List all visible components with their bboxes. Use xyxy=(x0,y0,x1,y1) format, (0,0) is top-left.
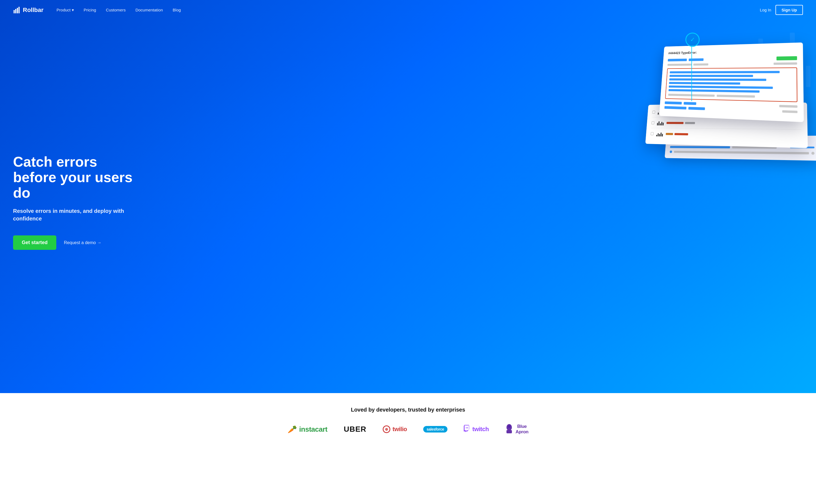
card-row-2 xyxy=(668,62,797,66)
connector-line xyxy=(691,47,692,101)
logos-section: Loved by developers, trusted by enterpri… xyxy=(0,393,816,451)
logo-twilio: ⊕ twilio xyxy=(383,425,407,433)
logo-salesforce: salesforce xyxy=(423,426,447,433)
navbar: Rollbar Product ▾ Pricing Customers Docu… xyxy=(0,0,816,20)
nav-links: Product ▾ Pricing Customers Documentatio… xyxy=(57,8,760,13)
uber-label: UBER xyxy=(344,425,366,434)
logo-uber: UBER xyxy=(344,425,366,434)
salesforce-label: salesforce xyxy=(423,426,447,433)
request-demo-link[interactable]: Request a demo → xyxy=(64,240,101,245)
instacart-label: instacart xyxy=(299,425,327,434)
nav-actions: Log In Sign Up xyxy=(760,5,803,15)
nav-item-documentation[interactable]: Documentation xyxy=(135,8,163,13)
list-item-2 xyxy=(651,120,801,130)
svg-point-6 xyxy=(508,425,511,428)
hero-actions: Get started Request a demo → xyxy=(13,235,144,250)
blueapron-label: BlueApron xyxy=(516,424,529,435)
logo[interactable]: Rollbar xyxy=(13,6,44,14)
logo-twitch: twitch xyxy=(464,425,489,434)
twitch-label: twitch xyxy=(473,426,489,433)
twilio-label: twilio xyxy=(392,426,407,433)
svg-rect-2 xyxy=(17,8,18,13)
blueapron-icon xyxy=(505,424,513,435)
error-box xyxy=(665,67,797,102)
get-started-button[interactable]: Get started xyxy=(13,235,56,250)
instacart-icon: 🥕 xyxy=(287,425,297,434)
logo-instacart: 🥕 instacart xyxy=(287,425,327,434)
login-button[interactable]: Log In xyxy=(760,8,771,12)
hero-section: Catch errors before your users do Resolv… xyxy=(0,0,816,393)
svg-rect-5 xyxy=(507,430,512,433)
check-circle-icon: ✓ xyxy=(685,33,700,47)
nav-item-customers[interactable]: Customers xyxy=(106,8,126,13)
hero-illustration: ✓ #444423 TypeError: xyxy=(631,16,816,185)
twilio-icon: ⊕ xyxy=(383,425,390,433)
error-title: #444423 TypeError: xyxy=(668,48,797,55)
hero-title: Catch errors before your users do xyxy=(13,154,144,201)
logo-blueapron: BlueApron xyxy=(505,424,529,435)
nav-item-blog[interactable]: Blog xyxy=(173,8,181,13)
twitch-icon xyxy=(464,425,470,434)
logos-row: 🥕 instacart UBER ⊕ twilio salesforce twi… xyxy=(13,424,803,435)
signup-button[interactable]: Sign Up xyxy=(775,5,803,15)
logo-text: Rollbar xyxy=(23,7,44,14)
chevron-down-icon: ▾ xyxy=(72,8,74,13)
hero-content: Catch errors before your users do Resolv… xyxy=(13,154,144,250)
svg-rect-0 xyxy=(14,10,15,13)
hero-subtitle: Resolve errors in minutes, and deploy wi… xyxy=(13,207,144,222)
card-row-1 xyxy=(668,56,797,62)
list-item-3 xyxy=(650,131,801,142)
nav-item-product[interactable]: Product ▾ xyxy=(57,8,74,13)
error-detail-card: #444423 TypeError: xyxy=(659,42,804,122)
nav-item-pricing[interactable]: Pricing xyxy=(84,8,96,13)
logo-icon xyxy=(13,6,21,14)
svg-rect-3 xyxy=(18,7,20,13)
svg-rect-1 xyxy=(15,9,16,13)
logos-headline: Loved by developers, trusted by enterpri… xyxy=(13,407,803,413)
